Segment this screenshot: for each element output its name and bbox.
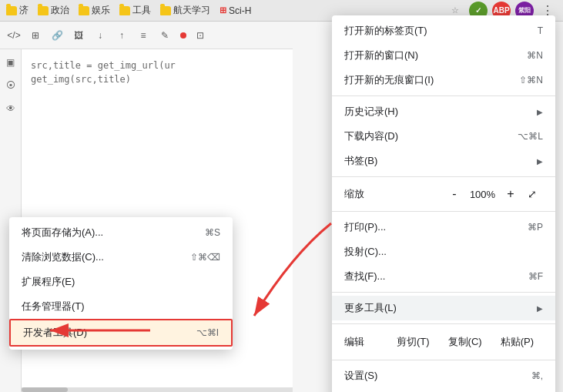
bookmark-ji[interactable]: 济: [6, 4, 28, 17]
settings-shortcut: ⌘,: [531, 370, 543, 381]
more-tools-submenu: 将页面存储为(A)... ⌘S 清除浏览数据(C)... ⇧⌘⌫ 扩展程序(E)…: [9, 217, 233, 350]
paste-button[interactable]: 粘贴(P): [491, 332, 543, 352]
incognito-shortcut: ⇧⌘N: [519, 75, 543, 85]
purple-icon: 紫阳: [518, 6, 531, 15]
record-dot: [180, 32, 186, 39]
downloads-shortcut: ⌥⌘L: [518, 131, 543, 142]
bookmark-tools[interactable]: 工具: [119, 4, 151, 17]
print-shortcut: ⌘P: [528, 222, 543, 233]
zoom-expand-button[interactable]: ⤢: [521, 183, 543, 205]
folder-icon: [6, 6, 17, 15]
new-window-shortcut: ⌘N: [527, 50, 543, 61]
menu-item-new-tab[interactable]: 打开新的标签页(T) T: [332, 18, 555, 43]
cast-label: 投射(C)...: [344, 245, 543, 259]
divider-3: [332, 211, 555, 212]
chrome-context-menu: 打开新的标签页(T) T 打开新的窗口(N) ⌘N 打开新的无痕窗口(I) ⇧⌘…: [332, 15, 555, 392]
upload-icon[interactable]: ↑: [114, 28, 129, 43]
menu-item-find[interactable]: 查找(F)... ⌘F: [332, 264, 555, 289]
new-tab-label: 打开新的标签页(T): [344, 24, 525, 38]
cut-button[interactable]: 剪切(T): [387, 332, 439, 352]
zoom-minus-button[interactable]: -: [444, 183, 465, 205]
menu-item-incognito[interactable]: 打开新的无痕窗口(I) ⇧⌘N: [332, 68, 555, 92]
bookmark-ji-label: 济: [19, 4, 28, 17]
find-label: 查找(F)...: [344, 270, 516, 283]
bookmark-space-label: 航天学习: [173, 4, 210, 17]
bookmark-politics-label: 政治: [51, 4, 69, 17]
bookmarks-arrow: ▶: [537, 157, 543, 166]
submenu-extensions[interactable]: 扩展程序(E): [9, 270, 233, 294]
bookmark-space[interactable]: 航天学习: [160, 4, 210, 17]
bookmarks-label: 书签(B): [344, 154, 531, 168]
clear-data-label: 清除浏览数据(C)...: [22, 250, 190, 264]
sidebar-layers-icon[interactable]: ▣: [4, 55, 18, 69]
code-line-1: src,title = get_img_url(ur: [31, 59, 283, 72]
new-window-label: 打开新的窗口(N): [344, 49, 514, 62]
incognito-label: 打开新的无痕窗口(I): [344, 73, 507, 87]
clear-data-shortcut: ⇧⌘⌫: [190, 252, 220, 263]
save-page-shortcut: ⌘S: [205, 227, 220, 238]
folder-icon-4: [119, 6, 130, 15]
menu-item-settings[interactable]: 设置(S) ⌘,: [332, 364, 555, 388]
submenu-clear-data[interactable]: 清除浏览数据(C)... ⇧⌘⌫: [9, 245, 233, 270]
download-icon[interactable]: ↓: [92, 28, 108, 43]
downloads-label: 下载内容(D): [344, 129, 505, 143]
pen-icon[interactable]: ✎: [157, 28, 173, 43]
zoom-row: 缩放 - 100% + ⤢: [332, 180, 555, 208]
list-icon[interactable]: ≡: [136, 28, 151, 43]
task-manager-label: 任务管理器(T): [22, 300, 220, 313]
extensions-label: 扩展程序(E): [22, 275, 220, 289]
menu-item-more-tools[interactable]: 更多工具(L) ▶: [332, 296, 555, 320]
bookmark-entertainment-label: 娱乐: [92, 4, 110, 17]
divider-6: [332, 360, 555, 360]
new-tab-shortcut: T: [538, 25, 543, 36]
menu-item-cast[interactable]: 投射(C)...: [332, 240, 555, 264]
menu-item-new-window[interactable]: 打开新的窗口(N) ⌘N: [332, 43, 555, 68]
more-tools-arrow: ▶: [537, 304, 543, 313]
grid-icon[interactable]: ⊡: [193, 28, 208, 43]
copy-button[interactable]: 复制(C): [439, 332, 491, 352]
divider-4: [332, 292, 555, 293]
bookmark-politics[interactable]: 政治: [38, 4, 69, 17]
edit-label: 编辑: [344, 335, 387, 349]
settings-label: 设置(S): [344, 369, 519, 383]
menu-item-print[interactable]: 打印(P)... ⌘P: [332, 215, 555, 240]
image-icon[interactable]: 🖼: [71, 28, 86, 43]
divider-5: [332, 323, 555, 324]
divider-1: [332, 95, 555, 96]
horizontal-scrollbar[interactable]: [22, 387, 293, 392]
devtools-shortcut: ⌥⌘I: [196, 327, 219, 338]
editor-toolbar: </> ⊞ 🔗 🖼 ↓ ↑ ≡ ✎ ⊡: [0, 22, 293, 49]
folder-icon-3: [79, 6, 89, 15]
code-icon[interactable]: </>: [6, 28, 22, 43]
save-page-label: 将页面存储为(A)...: [22, 226, 205, 240]
bookmark-entertainment[interactable]: 娱乐: [79, 4, 110, 17]
menu-item-downloads[interactable]: 下载内容(D) ⌥⌘L: [332, 124, 555, 149]
link-icon[interactable]: 🔗: [49, 28, 65, 43]
adblock-icon: ABP: [493, 6, 509, 15]
devtools-label: 开发者工具(D): [23, 326, 196, 340]
sidebar-eye-icon[interactable]: 👁: [4, 102, 18, 116]
submenu-task-manager[interactable]: 任务管理器(T): [9, 294, 233, 319]
sidebar-columns-icon[interactable]: ⦿: [4, 79, 18, 92]
submenu-devtools[interactable]: 开发者工具(D) ⌥⌘I: [9, 319, 233, 347]
history-label: 历史记录(H): [344, 105, 531, 119]
history-arrow: ▶: [537, 108, 543, 116]
folder-icon-5: [160, 6, 171, 15]
bookmark-sci[interactable]: ⊞ Sci-H: [220, 5, 251, 16]
menu-item-bookmarks[interactable]: 书签(B) ▶: [332, 149, 555, 173]
sci-icon: ⊞: [220, 5, 226, 15]
zoom-plus-button[interactable]: +: [500, 183, 521, 205]
print-label: 打印(P)...: [344, 220, 515, 234]
star-icon: ☆: [451, 5, 459, 15]
code-line-2: get_img(src,title): [31, 72, 283, 86]
table-icon[interactable]: ⊞: [28, 28, 43, 43]
more-tools-label: 更多工具(L): [344, 301, 531, 315]
menu-item-history[interactable]: 历史记录(H) ▶: [332, 99, 555, 124]
menu-item-help[interactable]: 帮助(E) ▶: [332, 388, 555, 392]
submenu-save-page[interactable]: 将页面存储为(A)... ⌘S: [9, 220, 233, 245]
bookmark-sci-label: Sci-H: [229, 5, 251, 16]
divider-2: [332, 176, 555, 177]
scrollbar-thumb[interactable]: [22, 387, 68, 392]
folder-icon-2: [38, 6, 49, 15]
zoom-label: 缩放: [344, 187, 444, 201]
